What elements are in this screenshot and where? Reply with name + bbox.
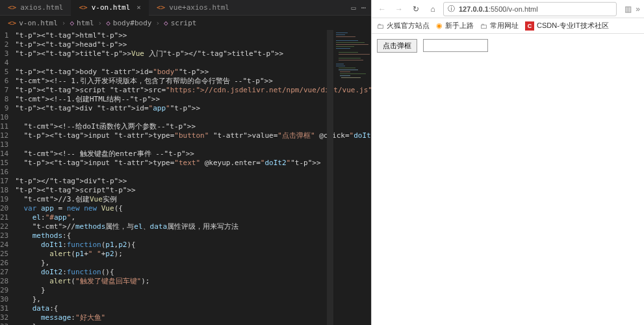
svg-rect-13: [336, 66, 345, 66]
breadcrumb-html[interactable]: ◇html: [70, 19, 94, 27]
svg-rect-14: [339, 68, 355, 68]
html-file-icon: <>: [157, 3, 165, 12]
reload-button[interactable]: ↻: [409, 3, 422, 16]
html-file-icon: <>: [79, 3, 87, 12]
code-content[interactable]: "t-p"><"t-tag">html"t-p">>"t-p"><"t-tag"…: [15, 30, 371, 325]
code-editor: <>axios.html <>v-on.html× <>vue+axios.ht…: [0, 0, 371, 325]
address-bar[interactable]: ⓘ 127.0.0.1:5500/v-on.html: [443, 2, 617, 16]
split-editor-icon[interactable]: ▭: [352, 3, 356, 12]
svg-rect-4: [336, 42, 365, 43]
scrollbar-vertical[interactable]: [327, 30, 333, 325]
csdn-icon: C: [525, 21, 534, 31]
svg-rect-10: [339, 58, 361, 58]
bookmark-getting-started[interactable]: ◉新手上路: [436, 21, 474, 31]
svg-rect-17: [340, 73, 366, 74]
breadcrumb-body[interactable]: ◇body#body: [106, 19, 151, 27]
reader-icon[interactable]: ▥: [625, 5, 632, 14]
url-path: :5500/v-on.html: [489, 5, 538, 13]
svg-rect-18: [340, 75, 350, 76]
svg-rect-6: [336, 46, 354, 47]
home-button[interactable]: ⌂: [426, 3, 439, 16]
tag-icon: ◇: [164, 19, 168, 27]
browser: ← → ↻ ⌂ ⓘ 127.0.0.1:5500/v-on.html ▥ » 🗀…: [371, 0, 644, 325]
breadcrumb-file[interactable]: <>v-on.html: [8, 19, 58, 27]
page-content: [372, 34, 644, 325]
browser-toolbar: ← → ↻ ⌂ ⓘ 127.0.0.1:5500/v-on.html ▥ »: [372, 0, 644, 18]
info-icon[interactable]: ⓘ: [448, 4, 455, 14]
text-input[interactable]: [423, 39, 488, 52]
folder-icon: 🗀: [480, 22, 487, 30]
bookmark-csdn[interactable]: CCSDN-专业IT技术社区: [525, 21, 609, 31]
bookmarks-bar: 🗀火狐官方站点 ◉新手上路 🗀常用网址 CCSDN-专业IT技术社区: [372, 18, 644, 34]
back-button[interactable]: ←: [376, 3, 389, 16]
svg-rect-2: [336, 36, 355, 37]
code-area[interactable]: 1234567891011121314151617181920212223242…: [0, 30, 371, 325]
bookmark-firefox-official[interactable]: 🗀火狐官方站点: [377, 21, 430, 31]
svg-rect-15: [339, 70, 358, 70]
breadcrumb: <>v-on.html › ◇html › ◇body#body › ◇scri…: [0, 16, 371, 30]
svg-rect-9: [339, 54, 370, 55]
bookmark-common-urls[interactable]: 🗀常用网址: [480, 21, 519, 31]
tab-vue-axios[interactable]: <>vue+axios.html: [149, 0, 237, 16]
firefox-icon: ◉: [436, 21, 443, 30]
svg-rect-11: [339, 60, 363, 60]
tab-v-on[interactable]: <>v-on.html×: [71, 0, 148, 16]
editor-tabs: <>axios.html <>v-on.html× <>vue+axios.ht…: [0, 0, 371, 16]
svg-rect-0: [336, 32, 348, 33]
folder-icon: 🗀: [377, 22, 384, 30]
html-file-icon: <>: [8, 3, 16, 12]
tag-icon: ◇: [106, 19, 110, 27]
more-icon[interactable]: ⋯: [361, 3, 366, 12]
click-popup-button[interactable]: [377, 39, 417, 53]
minimap[interactable]: [335, 30, 371, 95]
url-host: 127.0.0.1: [459, 5, 489, 13]
svg-rect-8: [339, 52, 358, 53]
svg-rect-5: [336, 44, 368, 45]
menu-chevron-icon[interactable]: »: [636, 5, 640, 14]
line-numbers: 1234567891011121314151617181920212223242…: [0, 30, 15, 325]
tab-axios[interactable]: <>axios.html: [0, 0, 71, 16]
svg-rect-3: [336, 40, 358, 41]
svg-rect-1: [336, 34, 345, 35]
svg-rect-7: [336, 48, 350, 49]
forward-button[interactable]: →: [393, 3, 406, 16]
svg-rect-19: [341, 77, 361, 78]
svg-rect-12: [336, 64, 344, 64]
close-icon[interactable]: ×: [136, 3, 141, 12]
svg-rect-16: [340, 72, 350, 72]
html-file-icon: <>: [8, 19, 16, 27]
breadcrumb-script[interactable]: ◇script: [164, 19, 196, 27]
tag-icon: ◇: [70, 19, 74, 27]
